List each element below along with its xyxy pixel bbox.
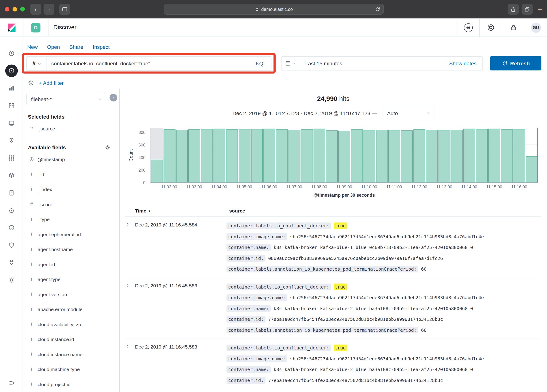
histogram-bar[interactable]: [176, 130, 188, 182]
minimize-window-button[interactable]: [13, 7, 17, 12]
time-range-value[interactable]: Last 15 minutes: [299, 61, 449, 67]
user-menu-button[interactable]: GU: [525, 18, 547, 37]
expand-row-button[interactable]: ›: [125, 282, 135, 289]
field-cloud.instance.name[interactable]: tcloud.instance.name: [27, 347, 114, 362]
nav-discover[interactable]: [5, 62, 18, 80]
histogram-bar[interactable]: [314, 129, 325, 182]
nav-dashboard[interactable]: [5, 97, 18, 114]
field-agent.type[interactable]: tagent.type: [27, 272, 114, 287]
histogram-bar[interactable]: [264, 129, 275, 182]
interval-select[interactable]: Auto: [383, 107, 434, 119]
show-dates-link[interactable]: Show dates: [449, 61, 482, 67]
nav-dev-tools[interactable]: [5, 254, 18, 271]
histogram-bar[interactable]: [401, 130, 413, 182]
nav-machine-learning[interactable]: [5, 149, 18, 167]
histogram-bar[interactable]: [438, 130, 450, 182]
reload-page-button[interactable]: [375, 7, 381, 12]
nav-siem[interactable]: [5, 237, 18, 254]
field-_source[interactable]: ?_source: [27, 121, 114, 136]
browser-sidebar-toggle-button[interactable]: [59, 4, 70, 15]
field-_type[interactable]: t_type: [27, 212, 114, 227]
saved-query-menu-button[interactable]: #: [27, 56, 47, 70]
field-_index[interactable]: t_index: [27, 182, 114, 197]
histogram-bar[interactable]: [451, 130, 463, 182]
field-agent.ephemeral_id[interactable]: tagent.ephemeral_id: [27, 227, 114, 242]
field-cloud.instance.id[interactable]: tcloud.instance.id: [27, 332, 114, 347]
nav-metrics[interactable]: [5, 167, 18, 184]
time-picker-calendar-button[interactable]: [282, 56, 299, 70]
security-button[interactable]: [502, 18, 525, 37]
histogram-bar[interactable]: [151, 160, 163, 182]
address-bar[interactable]: demo.elastic.co: [164, 4, 384, 15]
deployment-button[interactable]: 6d: [457, 18, 479, 37]
browser-tabs-button[interactable]: [522, 4, 533, 15]
histogram-bar[interactable]: [239, 129, 251, 182]
expand-row-button[interactable]: ›: [125, 220, 135, 228]
recently-viewed-button[interactable]: [5, 45, 18, 62]
filter-settings-button[interactable]: [28, 80, 34, 86]
histogram-bar[interactable]: [351, 129, 363, 182]
field-cloud.project.id[interactable]: tcloud.project.id: [27, 377, 114, 392]
histogram-bar[interactable]: [488, 129, 500, 182]
histogram-bar[interactable]: [513, 129, 525, 182]
rail-expand-button[interactable]: [0, 380, 23, 387]
histogram-bar[interactable]: [363, 130, 375, 182]
histogram-bar[interactable]: [413, 129, 425, 182]
space-switcher-badge[interactable]: D: [31, 23, 41, 32]
nav-canvas[interactable]: [5, 114, 18, 132]
nav-inspect[interactable]: Inspect: [93, 44, 110, 50]
histogram-bar[interactable]: [376, 130, 388, 182]
field-agent.version[interactable]: tagent.version: [27, 287, 114, 302]
field-agent.hostname[interactable]: tagent.hostname: [27, 242, 114, 257]
add-filter-link[interactable]: + Add filter: [39, 80, 64, 86]
nav-uptime[interactable]: [5, 219, 18, 237]
index-pattern-select[interactable]: filebeat-*: [27, 93, 105, 105]
histogram-bar[interactable]: [213, 129, 225, 182]
histogram-bar[interactable]: [201, 129, 213, 182]
histogram-bar[interactable]: [288, 130, 300, 182]
histogram-bar[interactable]: [164, 129, 175, 182]
nav-apm[interactable]: [5, 202, 18, 219]
fields-filter-settings-button[interactable]: [105, 145, 110, 150]
histogram-bar[interactable]: [388, 130, 400, 182]
histogram-bar[interactable]: [226, 129, 238, 182]
browser-back-button[interactable]: ‹: [30, 4, 41, 15]
help-button[interactable]: [480, 18, 502, 37]
field-agent.id[interactable]: tagent.id: [27, 257, 114, 272]
histogram-bar[interactable]: [301, 129, 313, 182]
histogram-bar[interactable]: [501, 129, 513, 182]
close-window-button[interactable]: [5, 7, 10, 12]
collapse-sidebar-button[interactable]: ‹: [109, 94, 117, 101]
histogram-bar[interactable]: [526, 156, 538, 182]
histogram-bar[interactable]: [189, 129, 200, 182]
field-cloud.machine.type[interactable]: tcloud.machine.type: [27, 362, 114, 377]
browser-share-button[interactable]: [508, 4, 519, 15]
time-column-header[interactable]: Time ▼: [135, 208, 226, 213]
histogram-bar[interactable]: [326, 130, 338, 182]
browser-forward-button[interactable]: ›: [44, 4, 55, 15]
histogram-bar[interactable]: [338, 131, 350, 182]
nav-maps[interactable]: [5, 132, 18, 149]
fullscreen-window-button[interactable]: [20, 7, 25, 12]
nav-management[interactable]: [5, 271, 18, 289]
query-language-button[interactable]: KQL: [251, 61, 271, 67]
nav-visualize[interactable]: [5, 80, 18, 97]
field-apache.error.module[interactable]: tapache.error.module: [27, 302, 114, 317]
kibana-logo[interactable]: [0, 23, 23, 32]
nav-new[interactable]: New: [27, 44, 38, 50]
query-input[interactable]: container.labels.io_confluent_docker:"tr…: [47, 61, 251, 67]
field-@timestamp[interactable]: @timestamp: [27, 152, 114, 167]
histogram-bar[interactable]: [251, 129, 263, 182]
nav-share[interactable]: Share: [69, 44, 83, 50]
new-tab-button[interactable]: +: [538, 5, 542, 14]
field-_id[interactable]: t_id: [27, 167, 114, 182]
histogram-bar[interactable]: [476, 129, 488, 182]
expand-row-button[interactable]: ›: [125, 343, 135, 350]
field-_score[interactable]: #_score: [27, 197, 114, 212]
nav-open[interactable]: Open: [47, 44, 60, 50]
histogram-bar[interactable]: [276, 129, 288, 182]
nav-logs[interactable]: [5, 184, 18, 202]
refresh-button[interactable]: Refresh: [490, 56, 542, 71]
histogram-bar[interactable]: [463, 129, 475, 182]
histogram-bar[interactable]: [426, 130, 438, 182]
